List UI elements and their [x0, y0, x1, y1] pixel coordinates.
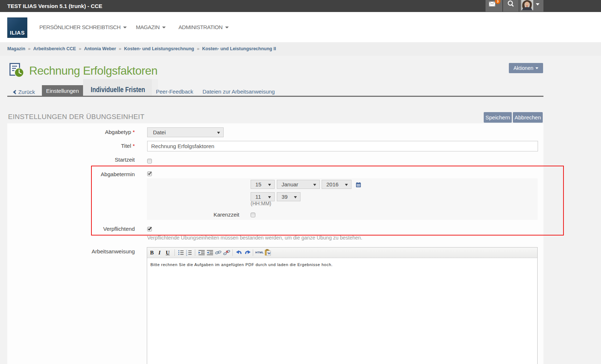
svg-text:W: W [267, 252, 271, 255]
svg-text:3: 3 [186, 254, 187, 256]
